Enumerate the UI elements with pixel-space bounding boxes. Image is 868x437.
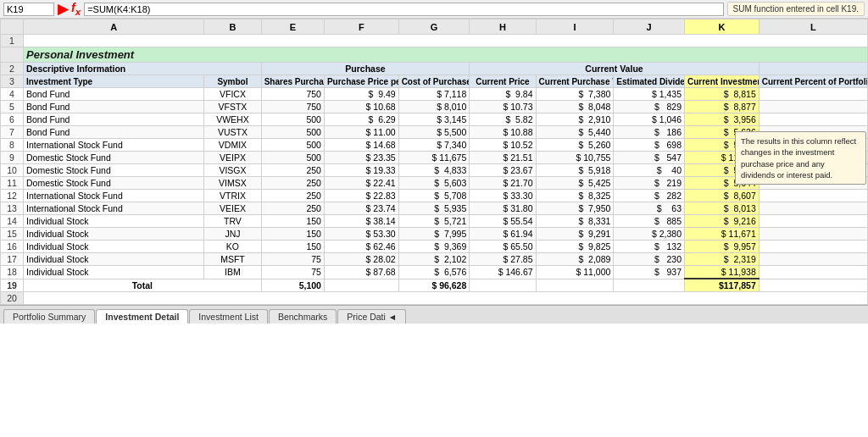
curval-16: $ 9,825 bbox=[536, 241, 614, 253]
formula-arrow-icon: ▶ bbox=[58, 1, 68, 17]
cost-15: $ 7,995 bbox=[398, 228, 470, 241]
shares-4: 750 bbox=[261, 88, 324, 101]
table-row: 14 Individual Stock TRV 150 $ 38.14 $ 5,… bbox=[1, 215, 868, 228]
total-shares: 5,100 bbox=[261, 279, 324, 292]
curval-12: $ 8,325 bbox=[536, 190, 614, 202]
shares-10: 250 bbox=[261, 164, 324, 177]
investval-17: $ 2,319 bbox=[685, 253, 760, 266]
col-k-header[interactable]: K bbox=[685, 19, 760, 35]
curval-11: $ 5,425 bbox=[536, 177, 614, 190]
tab-portfolio-summary[interactable]: Portfolio Summary bbox=[3, 309, 95, 324]
div-15: $ 2,380 bbox=[614, 228, 685, 241]
title-row: Personal Investment bbox=[1, 47, 868, 63]
spreadsheet-wrapper: ▶ fx SUM function entered in cell K19. bbox=[0, 0, 868, 324]
purchase-header: Purchase bbox=[261, 63, 470, 75]
price-14: $ 38.14 bbox=[324, 215, 398, 228]
row-num-16: 16 bbox=[1, 241, 24, 253]
total-empty-l bbox=[759, 279, 867, 292]
total-empty-j bbox=[614, 279, 685, 292]
investment-type-header: Investment Type bbox=[23, 75, 203, 88]
cell-reference-box[interactable] bbox=[3, 3, 54, 16]
col-l-header[interactable]: L bbox=[759, 19, 867, 35]
div-17: $ 230 bbox=[614, 253, 685, 266]
row-num-20: 20 bbox=[1, 292, 24, 305]
row-num-4: 4 bbox=[1, 88, 24, 101]
curprice-9: $ 21.51 bbox=[470, 152, 536, 164]
col-i-header[interactable]: I bbox=[536, 19, 614, 35]
shares-11: 250 bbox=[261, 177, 324, 190]
pct-5 bbox=[759, 101, 867, 113]
row-num-9: 9 bbox=[1, 152, 24, 164]
symbol-header: Symbol bbox=[204, 75, 261, 88]
price-15: $ 53.30 bbox=[324, 228, 398, 241]
div-7: $ 186 bbox=[614, 126, 685, 139]
col-a-header[interactable]: A bbox=[23, 19, 203, 35]
table-row: 4 Bond Fund VFICX 750 $ 9.49 $ 7,118 $ 9… bbox=[1, 88, 868, 101]
row-1: 1 bbox=[1, 35, 868, 47]
symbol-15: JNJ bbox=[204, 228, 261, 241]
cost-10: $ 4,833 bbox=[398, 164, 470, 177]
row-num-13: 13 bbox=[1, 202, 24, 215]
type-18: Individual Stock bbox=[23, 266, 203, 279]
tab-investment-list[interactable]: Investment List bbox=[189, 309, 268, 324]
row-num-6: 6 bbox=[1, 113, 24, 126]
row-num-12: 12 bbox=[1, 190, 24, 202]
investval-4: $ 8,815 bbox=[685, 88, 760, 101]
section-header-row: 2 Descriptive Information Purchase Curre… bbox=[1, 63, 868, 75]
symbol-12: VTRIX bbox=[204, 190, 261, 202]
pct-13 bbox=[759, 202, 867, 215]
row-num-15: 15 bbox=[1, 228, 24, 241]
pct-12 bbox=[759, 190, 867, 202]
curprice-17: $ 27.85 bbox=[470, 253, 536, 266]
symbol-4: VFICX bbox=[204, 88, 261, 101]
formula-tooltip: SUM function entered in cell K19. bbox=[727, 2, 865, 16]
price-5: $ 10.68 bbox=[324, 101, 398, 113]
type-14: Individual Stock bbox=[23, 215, 203, 228]
price-6: $ 6.29 bbox=[324, 113, 398, 126]
curval-18: $ 11,000 bbox=[536, 266, 614, 279]
total-cost: $ 96,628 bbox=[398, 279, 470, 292]
type-15: Individual Stock bbox=[23, 228, 203, 241]
col-e-header[interactable]: E bbox=[261, 19, 324, 35]
shares-8: 500 bbox=[261, 139, 324, 152]
symbol-8: VDMIX bbox=[204, 139, 261, 152]
fx-icon: fx bbox=[71, 1, 81, 17]
type-16: Individual Stock bbox=[23, 241, 203, 253]
table-row: 17 Individual Stock MSFT 75 $ 28.02 $ 2,… bbox=[1, 253, 868, 266]
row-num-2: 2 bbox=[1, 63, 24, 75]
tab-price-data[interactable]: Price Dati ◄ bbox=[337, 309, 406, 324]
cost-5: $ 8,010 bbox=[398, 101, 470, 113]
tab-benchmarks[interactable]: Benchmarks bbox=[269, 309, 337, 324]
curprice-8: $ 10.52 bbox=[470, 139, 536, 152]
col-h-header[interactable]: H bbox=[470, 19, 536, 35]
cost-17: $ 2,102 bbox=[398, 253, 470, 266]
total-empty-h bbox=[470, 279, 536, 292]
current-value-header: Current Value bbox=[470, 63, 759, 75]
cost-13: $ 5,935 bbox=[398, 202, 470, 215]
total-empty-i bbox=[536, 279, 614, 292]
row-num-title bbox=[1, 47, 24, 63]
curval-14: $ 8,331 bbox=[536, 215, 614, 228]
investval-5: $ 8,877 bbox=[685, 101, 760, 113]
col-f-header[interactable]: F bbox=[324, 19, 398, 35]
investval-12: $ 8,607 bbox=[685, 190, 760, 202]
col-g-header[interactable]: G bbox=[398, 19, 470, 35]
symbol-18: IBM bbox=[204, 266, 261, 279]
table-row: 12 International Stock Fund VTRIX 250 $ … bbox=[1, 190, 868, 202]
pct-15 bbox=[759, 228, 867, 241]
div-6: $ 1,046 bbox=[614, 113, 685, 126]
col-subheader-row: 3 Investment Type Symbol Shares Purchase… bbox=[1, 75, 868, 88]
symbol-9: VEIPX bbox=[204, 152, 261, 164]
row-num-19: 19 bbox=[1, 279, 24, 292]
price-11: $ 22.41 bbox=[324, 177, 398, 190]
price-10: $ 19.33 bbox=[324, 164, 398, 177]
investval-16: $ 9,957 bbox=[685, 241, 760, 253]
cost-18: $ 6,576 bbox=[398, 266, 470, 279]
shares-9: 500 bbox=[261, 152, 324, 164]
cost-16: $ 9,369 bbox=[398, 241, 470, 253]
formula-input[interactable] bbox=[84, 3, 723, 16]
investval-14: $ 9,216 bbox=[685, 215, 760, 228]
tab-investment-detail[interactable]: Investment Detail bbox=[96, 309, 188, 324]
col-j-header[interactable]: J bbox=[614, 19, 685, 35]
col-b-header[interactable]: B bbox=[204, 19, 261, 35]
